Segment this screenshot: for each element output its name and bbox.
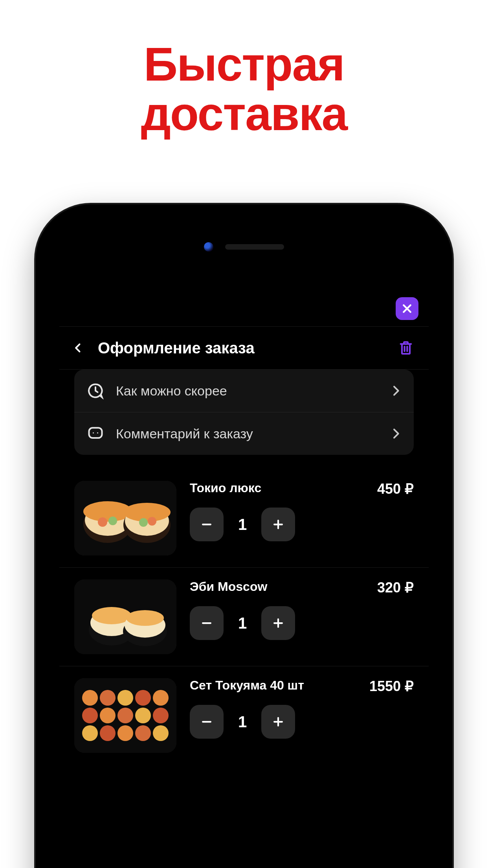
qty-decrease-button[interactable] <box>190 508 224 541</box>
minus-icon <box>200 518 213 531</box>
quantity-stepper: 1 <box>190 508 414 541</box>
cart-item: Эби Moscow 320 ₽ 1 <box>59 568 429 666</box>
cart-item: Сет Токуяма 40 шт 1550 ₽ 1 <box>59 666 429 765</box>
svg-point-8 <box>108 517 117 525</box>
svg-point-31 <box>153 708 169 723</box>
svg-point-32 <box>82 725 98 741</box>
svg-point-1 <box>93 432 94 434</box>
order-comment-row[interactable]: Комментарий к заказу <box>74 412 414 455</box>
marketing-headline: Быстрая доставка <box>0 39 488 138</box>
qty-decrease-button[interactable] <box>190 606 224 640</box>
qty-value: 1 <box>235 516 250 533</box>
qty-decrease-button[interactable] <box>190 705 224 739</box>
page-title: Оформление заказа <box>98 339 386 357</box>
clear-cart-button[interactable] <box>395 337 417 359</box>
svg-point-20 <box>126 610 164 626</box>
chevron-right-icon <box>389 384 402 397</box>
delivery-time-row[interactable]: Как можно скорее <box>74 370 414 412</box>
svg-point-11 <box>123 503 171 522</box>
product-thumbnail <box>74 481 176 555</box>
qty-value: 1 <box>235 713 250 731</box>
product-thumbnail <box>74 579 176 654</box>
svg-point-2 <box>97 432 98 434</box>
svg-point-35 <box>135 725 151 741</box>
close-button[interactable] <box>396 297 418 320</box>
order-options-card: Как можно скорее Комментарий к заказу <box>74 370 414 455</box>
svg-point-7 <box>98 517 107 527</box>
svg-point-24 <box>117 690 133 706</box>
svg-point-25 <box>135 690 151 706</box>
earpiece-speaker <box>225 244 284 250</box>
svg-point-22 <box>82 690 98 706</box>
svg-point-27 <box>82 708 98 723</box>
qty-increase-button[interactable] <box>261 508 295 541</box>
back-button[interactable] <box>67 337 89 359</box>
headline-line-1: Быстрая <box>0 39 488 89</box>
phone-frame: Оформление заказа Как можно <box>36 204 452 868</box>
quantity-stepper: 1 <box>190 705 414 739</box>
svg-point-12 <box>139 518 148 527</box>
product-name: Эби Moscow <box>190 579 267 594</box>
qty-increase-button[interactable] <box>261 705 295 739</box>
svg-rect-0 <box>89 428 102 438</box>
qty-value: 1 <box>235 614 250 632</box>
svg-point-30 <box>135 708 151 723</box>
svg-point-34 <box>117 725 133 741</box>
minus-icon <box>200 616 213 630</box>
product-name: Сет Токуяма 40 шт <box>190 678 304 693</box>
svg-point-23 <box>100 690 116 706</box>
plus-icon <box>272 616 285 630</box>
minus-icon <box>200 715 213 728</box>
topbar <box>59 290 429 326</box>
svg-point-28 <box>100 708 116 723</box>
quantity-stepper: 1 <box>190 606 414 640</box>
app-screen: Оформление заказа Как можно <box>59 290 429 868</box>
product-price: 1550 ₽ <box>369 678 414 695</box>
trash-icon <box>398 340 414 356</box>
svg-point-29 <box>117 708 133 723</box>
plus-icon <box>272 715 285 728</box>
checkout-header: Оформление заказа <box>59 326 429 370</box>
chevron-left-icon <box>73 342 84 353</box>
chevron-right-icon <box>389 427 402 440</box>
delivery-time-label: Как можно скорее <box>116 383 378 399</box>
plus-icon <box>272 518 285 531</box>
svg-point-26 <box>153 690 169 706</box>
front-camera <box>204 242 213 252</box>
close-icon <box>401 303 413 314</box>
svg-point-13 <box>148 517 156 526</box>
product-price: 450 ₽ <box>377 481 414 497</box>
comment-icon <box>86 424 105 443</box>
clock-chat-icon <box>86 381 105 400</box>
product-name: Токио люкс <box>190 481 261 495</box>
phone-bezel: Оформление заказа Как можно <box>43 211 445 868</box>
order-comment-label: Комментарий к заказу <box>116 426 378 441</box>
headline-line-2: доставка <box>0 89 488 138</box>
cart-list: Токио люкс 450 ₽ 1 <box>59 469 429 765</box>
phone-notch <box>204 242 284 252</box>
cart-item: Токио люкс 450 ₽ 1 <box>59 469 429 568</box>
product-price: 320 ₽ <box>377 579 414 596</box>
qty-increase-button[interactable] <box>261 606 295 640</box>
svg-point-36 <box>153 725 169 741</box>
product-thumbnail <box>74 678 176 753</box>
svg-point-33 <box>100 725 116 741</box>
